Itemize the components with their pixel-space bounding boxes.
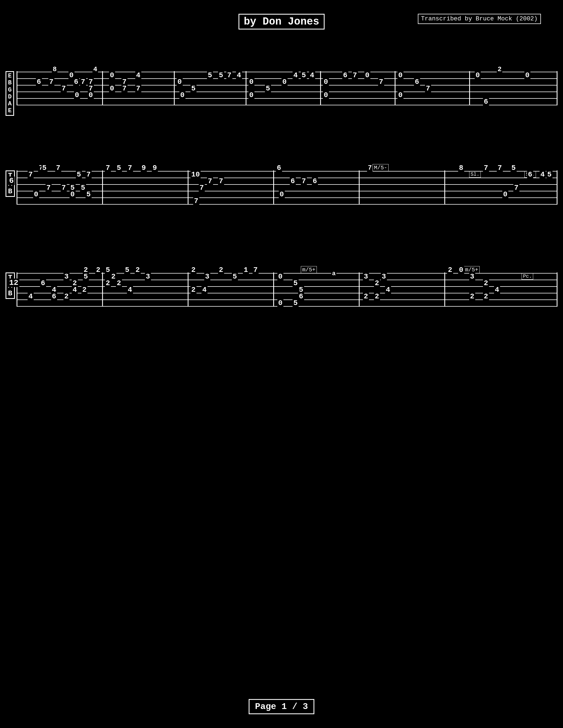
annotation-4: 4: [92, 66, 98, 73]
s2-fret-3-5: 7: [193, 197, 199, 205]
s2-fret-3-2: 7: [207, 177, 213, 185]
s3-fret-7-7: 2: [483, 292, 489, 301]
fret-4-1: 0: [248, 78, 254, 86]
string-line-2-e: [17, 171, 557, 172]
tab-section-2: 6 7 7 M/5- Sl. Sl. T A B: [0, 163, 563, 212]
annotation-8: 8: [52, 66, 57, 73]
s2-fret-3: 7: [55, 164, 61, 172]
fret-1-2: 7: [48, 78, 54, 86]
tab-lines-2: [17, 171, 557, 204]
s3-fret-4-6: 5: [232, 272, 238, 281]
string-line-2-d: [17, 191, 557, 191]
s3-fret-5-1: 0: [277, 272, 284, 281]
fret-5-3: 7: [352, 71, 358, 79]
transcribed-label: Transcribed by Bruce Mock (2002): [418, 14, 541, 24]
s2-fret-6-2: 4: [540, 170, 546, 179]
s3-fret-7-5: 4: [494, 286, 500, 294]
barline-3-3: [273, 272, 274, 306]
fret-2-3: 4: [135, 71, 141, 79]
barline-end-1: [557, 71, 557, 105]
barline-3-5: [444, 272, 445, 306]
s3-fret-3-4: 2: [135, 266, 141, 274]
barline-end-3: [557, 272, 557, 306]
s3-fret-3-8: 4: [127, 286, 133, 294]
s3-fret-3-3: 5: [124, 266, 130, 274]
s3-fret-3-2: 2: [110, 272, 116, 281]
fret-7-1: 0: [475, 71, 481, 79]
string-line-2-g: [17, 184, 557, 185]
s3-fret-4-8: 7: [252, 266, 258, 274]
annotation-s3-a: a: [331, 270, 337, 277]
barline-start-3: [17, 272, 17, 306]
measure-num-12: 12: [8, 279, 19, 287]
barline-2-3: [273, 170, 274, 204]
fret-5-2: 6: [342, 71, 348, 79]
barline-3-4: [359, 272, 360, 306]
s2-fret-4-2: 6: [290, 177, 296, 185]
s2-fret-3-3: 7: [218, 177, 224, 185]
s3-fret-6-3: 2: [374, 279, 380, 287]
s2-fret-1: 7: [28, 170, 34, 179]
fret-4-5: 4: [293, 71, 299, 79]
barline-2: [174, 71, 175, 105]
s3-fret-4-7: 1: [243, 266, 249, 274]
barline-4: [320, 71, 321, 105]
s3-fret-3-6: 2: [105, 279, 111, 287]
s3-fret-4-3: 2: [190, 286, 196, 294]
s3-fret-5-5: 0: [277, 299, 284, 307]
staff-2: T A B 7 5 7: [0, 163, 563, 212]
s2-fret-5-4: 5: [511, 164, 517, 172]
s2-fret-5-2: 7: [483, 164, 489, 172]
s2-fret-7: 5: [76, 170, 82, 179]
string-line-3-e2: [17, 306, 557, 307]
fret-1-10: 0: [88, 91, 94, 99]
barline-start-1: [17, 71, 17, 105]
string-line-3-g: [17, 286, 557, 287]
s2-fret-2: 5: [41, 164, 47, 172]
fret-3-6: 7: [226, 71, 232, 79]
s3-fret-2-4: 2: [63, 292, 70, 301]
s3-fret-6-2: 3: [381, 272, 387, 281]
s3-fret-6-6: 2: [374, 292, 380, 301]
s2-fret-10: 5: [80, 184, 86, 192]
string-line-3-d: [17, 293, 557, 293]
s2-fret-5-6: 7: [513, 184, 519, 192]
s3-fret-2-6: 5: [83, 272, 89, 281]
string-line-2-b: [17, 178, 557, 178]
fret-3-5: 5: [218, 71, 224, 79]
s3-fret-4-1: 2: [190, 266, 196, 274]
fret-7-3: 0: [524, 71, 530, 79]
barline-start-2: [17, 170, 17, 204]
s2-fret-5-3: 7: [497, 164, 503, 172]
barline-2-1: [102, 170, 103, 204]
s3-fret-2-1: 3: [63, 272, 70, 281]
s2-fret-4-1: 6: [276, 164, 282, 172]
s3-fret-4-2: 3: [204, 272, 210, 281]
fret-5-5: 7: [378, 78, 384, 86]
barline-3: [245, 71, 246, 105]
s2-fret-2-3: 7: [127, 164, 133, 172]
s2-fret-6-1: 6: [527, 170, 533, 179]
s3-fret-2-8: 2: [81, 286, 87, 294]
s3-fret-6-1: 3: [363, 272, 369, 281]
page-container: by Don Jones Transcribed by Bruce Mock (…: [0, 0, 563, 728]
fret-5-4: 0: [364, 71, 370, 79]
s2-fret-2-5: 9: [152, 164, 158, 172]
s3-fret-7-3: 3: [469, 272, 475, 281]
barline-1: [102, 71, 103, 105]
s3-fret-5-4: 6: [298, 292, 304, 301]
s2-fret-6-3: 5: [546, 170, 553, 179]
s2-fret-5: 7: [46, 184, 52, 192]
barline-2-4: [359, 170, 360, 204]
fret-4-3: 0: [248, 91, 254, 99]
s3-fret-5-2: 5: [293, 279, 299, 287]
s3-fret-1-2: 6: [40, 279, 46, 287]
string-line-2-a: [17, 197, 557, 198]
page-number: Page 1 / 3: [249, 699, 314, 714]
barline-2-5: [444, 170, 445, 204]
barline-5: [395, 71, 396, 105]
s2-fret-5-1: 8: [458, 164, 464, 172]
fret-6-3: 0: [398, 91, 404, 99]
barline-6: [469, 71, 470, 105]
fret-4-6: 5: [301, 71, 307, 79]
